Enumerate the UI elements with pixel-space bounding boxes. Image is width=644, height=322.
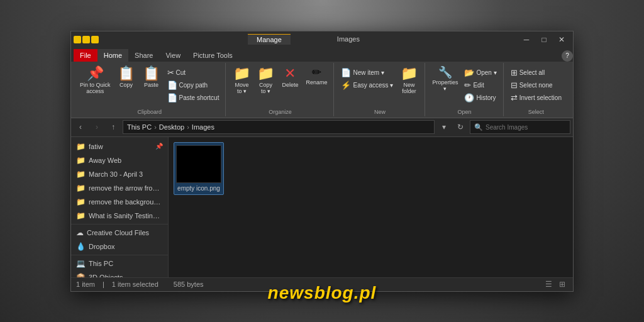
status-view-buttons: ☰ ⊞ [543, 279, 568, 290]
tab-share[interactable]: Share [128, 49, 159, 62]
organize-content: 📁 Moveto ▾ 📁 Copyto ▾ ✕ Delete ✏ Rename [230, 64, 330, 108]
copy-path-button[interactable]: 📄 Copy path [165, 79, 222, 91]
copy-to-button[interactable]: 📁 Copyto ▾ [254, 65, 277, 96]
invert-selection-icon: ⇄ [511, 93, 518, 103]
folder-icon-march30: 📁 [76, 170, 86, 179]
edit-button[interactable]: ✏ Edit [462, 79, 499, 91]
ribbon-group-organize: 📁 Moveto ▾ 📁 Copyto ▾ ✕ Delete ✏ Rename … [226, 63, 334, 116]
easy-access-button[interactable]: ⚡ Easy access ▾ [338, 79, 396, 91]
close-button[interactable]: ✕ [553, 31, 570, 48]
sidebar-item-remove-arrow[interactable]: 📁 remove the arrow from de [71, 181, 168, 195]
help-icon[interactable]: ? [562, 50, 573, 62]
new-item-button[interactable]: 📄 New item ▾ [338, 67, 396, 79]
folder-icon-remove-bg: 📁 [76, 197, 86, 206]
edit-label: Edit [473, 82, 484, 89]
sidebar-item-this-pc[interactable]: 💻 This PC [71, 257, 168, 270]
move-to-button[interactable]: 📁 Moveto ▾ [230, 65, 253, 96]
new-item-label: New item ▾ [353, 69, 384, 76]
pin-to-quick-access-button[interactable]: 📌 Pin to Quickaccess [77, 65, 113, 96]
invert-selection-label: Invert selection [519, 94, 562, 101]
large-icons-view-button[interactable]: ⊞ [557, 279, 568, 290]
back-button[interactable]: ‹ [74, 120, 87, 134]
title-dot-3 [91, 36, 99, 43]
paste-shortcut-button[interactable]: 📄 Paste shortcut [165, 92, 222, 104]
tab-picture-tools[interactable]: Picture Tools [187, 49, 239, 62]
new-group-label: New [374, 108, 386, 115]
ribbon-group-open: 🔧 Properties▾ 📂 Open ▾ ✏ Edit 🕐 History [426, 63, 503, 116]
copy-large-label: Copy [119, 82, 133, 88]
title-tab-images: Images [328, 34, 369, 45]
open-button[interactable]: 📂 Open ▾ [462, 67, 499, 79]
sidebar-item-creative-cloud[interactable]: ☁ Creative Cloud Files [71, 226, 168, 240]
select-group-label: Select [528, 108, 544, 115]
file-item-empty-icon[interactable]: empty icon.png [174, 142, 224, 195]
sidebar-item-what-sanity[interactable]: 📁 What is Sanity Testing and [71, 209, 168, 223]
computer-icon: 💻 [76, 259, 86, 268]
minimize-button[interactable]: ─ [518, 31, 535, 48]
title-controls: ─ □ ✕ [518, 31, 570, 48]
sidebar-label-fatiw: fatiw [89, 143, 103, 150]
history-label: History [476, 94, 496, 101]
open-label: Open ▾ [476, 69, 496, 76]
sidebar-item-march30[interactable]: 📁 March 30 - April 3 [71, 167, 168, 181]
delete-icon: ✕ [284, 67, 296, 80]
tab-file[interactable]: File [74, 49, 97, 62]
address-path[interactable]: This PC › Desktop › Images [123, 120, 435, 134]
sidebar-label-remove-bg: remove the background fr [89, 198, 163, 206]
file-area[interactable]: empty icon.png [169, 137, 573, 277]
new-item-icon: 📄 [341, 68, 351, 77]
maximize-button[interactable]: □ [535, 31, 553, 48]
clipboard-small-buttons: ✂ Cut 📄 Copy path 📄 Paste shortcut [165, 65, 222, 104]
ribbon-group-select: ⊞ Select all ⊟ Select none ⇄ Invert sele… [504, 63, 568, 116]
path-sep-2: › [187, 123, 189, 131]
tab-view[interactable]: View [159, 49, 187, 62]
status-item-count: 1 item [76, 280, 95, 288]
delete-button[interactable]: ✕ Delete [278, 65, 302, 89]
sidebar-divider-2 [71, 255, 168, 255]
title-tab-manage[interactable]: Manage [248, 34, 291, 45]
paste-shortcut-label: Paste shortcut [179, 94, 219, 101]
cut-button[interactable]: ✂ Cut [165, 67, 222, 79]
pin-icon-fatiw: 📌 [155, 143, 163, 150]
rename-button[interactable]: ✏ Rename [303, 65, 330, 87]
move-to-icon: 📁 [233, 67, 250, 80]
invert-selection-button[interactable]: ⇄ Invert selection [508, 92, 564, 104]
sidebar-item-dropbox[interactable]: 💧 Dropbox [71, 240, 168, 253]
sidebar-item-3d-objects[interactable]: 📦 3D Objects [71, 270, 168, 277]
main-content: 📁 fatiw 📌 📁 Away Web 📁 March 30 - April … [71, 137, 573, 277]
details-view-button[interactable]: ☰ [543, 279, 554, 290]
select-content: ⊞ Select all ⊟ Select none ⇄ Invert sele… [508, 64, 564, 108]
sidebar-item-remove-bg[interactable]: 📁 remove the background fr [71, 195, 168, 209]
sidebar-item-away-web[interactable]: 📁 Away Web [71, 153, 168, 167]
pin-icon: 📌 [87, 67, 104, 80]
path-desktop[interactable]: Desktop [159, 123, 184, 131]
copy-large-icon: 📋 [118, 67, 135, 80]
path-dropdown-button[interactable]: ▾ [437, 120, 451, 134]
folder-icon-fatiw: 📁 [76, 142, 86, 151]
title-dot-2 [82, 36, 90, 43]
file-explorer-window: Manage Images ─ □ ✕ File Home Share View… [70, 31, 574, 292]
cloud-icon: ☁ [76, 228, 84, 237]
easy-access-label: Easy access ▾ [353, 82, 393, 89]
paste-button-large[interactable]: 📋 Paste [140, 65, 164, 89]
select-all-button[interactable]: ⊞ Select all [508, 67, 564, 79]
cut-icon: ✂ [167, 68, 174, 77]
title-bar: Manage Images ─ □ ✕ [71, 31, 573, 48]
dropbox-icon: 💧 [76, 242, 86, 251]
search-box[interactable]: 🔍 Search Images [470, 120, 570, 134]
path-this-pc[interactable]: This PC [127, 123, 152, 131]
new-folder-button[interactable]: 📁 Newfolder [397, 65, 421, 96]
file-name-empty-icon: empty icon.png [177, 185, 220, 192]
up-button[interactable]: ↑ [106, 120, 120, 134]
properties-button[interactable]: 🔧 Properties▾ [430, 65, 460, 93]
history-button[interactable]: 🕐 History [462, 92, 499, 104]
copy-button-large[interactable]: 📋 Copy [114, 65, 138, 89]
forward-button[interactable]: › [90, 120, 104, 134]
select-none-button[interactable]: ⊟ Select none [508, 79, 564, 91]
sidebar-label-away-web: Away Web [89, 157, 121, 164]
select-none-label: Select none [519, 82, 553, 89]
refresh-button[interactable]: ↻ [453, 120, 467, 134]
tab-home[interactable]: Home [97, 49, 128, 62]
sidebar-item-fatiw[interactable]: 📁 fatiw 📌 [71, 140, 168, 153]
properties-icon: 🔧 [438, 67, 452, 78]
